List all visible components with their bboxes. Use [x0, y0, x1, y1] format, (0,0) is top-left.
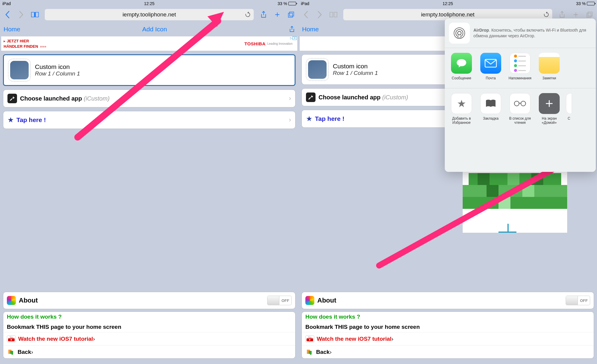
choose-app-label: Choose launched app: [20, 95, 82, 102]
device-label: iPad: [301, 1, 309, 6]
svg-rect-13: [498, 197, 510, 209]
pixelated-image: [463, 167, 567, 233]
action-bookmark[interactable]: Закладка: [478, 93, 503, 125]
forward-button[interactable]: [16, 9, 27, 20]
bookmarks-button[interactable]: [328, 9, 339, 20]
action-favorite[interactable]: ★ Добавить в Избранное: [449, 93, 474, 125]
back-row[interactable]: Back ›: [3, 345, 295, 358]
svg-rect-7: [507, 173, 519, 185]
tap-here-label: Tap here !: [315, 115, 344, 122]
new-tab-button[interactable]: [272, 9, 283, 20]
custom-icon-title: Custom icon: [35, 63, 80, 70]
share-app-messages[interactable]: Сообщение: [449, 53, 474, 84]
tutorial-label: Watch the new iOS7 tutorial: [18, 336, 93, 342]
svg-rect-6: [478, 173, 490, 185]
star-icon: ★: [451, 93, 472, 114]
tutorial-label: Watch the new iOS7 tutorial: [317, 336, 392, 342]
action-homescreen[interactable]: На экран «Домой»: [537, 93, 562, 125]
how-subtitle: Bookmark THIS page to your home screen: [7, 324, 121, 330]
action-readinglist[interactable]: В список для чтения: [507, 93, 533, 125]
svg-rect-1: [288, 13, 293, 17]
app-label: Заметки: [542, 76, 556, 84]
reload-icon[interactable]: [543, 12, 549, 18]
svg-rect-11: [522, 185, 534, 197]
page-share-icon[interactable]: [289, 26, 295, 33]
share-app-mail[interactable]: Почта: [478, 53, 503, 84]
plus-icon: [539, 93, 560, 114]
share-app-notes[interactable]: Заметки: [537, 53, 562, 84]
home-link[interactable]: Home: [4, 26, 20, 33]
choose-app-label: Choose launched app: [318, 94, 381, 101]
youtube-icon: You: [305, 335, 314, 343]
page-title: Add Icon: [142, 26, 167, 33]
svg-rect-10: [487, 185, 498, 197]
svg-rect-9: [463, 185, 567, 197]
svg-rect-14: [507, 224, 509, 233]
custom-icon-panel[interactable]: Custom icon Row 1 / Column 1: [3, 54, 296, 86]
puzzle-icon: [305, 348, 313, 356]
mail-icon: [480, 53, 501, 74]
tutorial-row[interactable]: You Watch the new iOS7 tutorial ›: [3, 332, 295, 345]
about-row[interactable]: About OFF: [302, 292, 594, 309]
battery-pct: 33 %: [278, 1, 287, 6]
puzzle-icon: [7, 348, 15, 356]
action-label: Добавить в Избранное: [449, 116, 474, 125]
how-subtitle: Bookmark THIS page to your home screen: [305, 324, 420, 330]
battery-pct: 33 %: [576, 1, 586, 6]
wrench-icon: [7, 94, 17, 103]
back-row[interactable]: Back ›: [302, 345, 594, 358]
youtube-icon: You: [7, 335, 16, 343]
icon-preview: [8, 59, 31, 81]
address-bar[interactable]: iempty.tooliphone.net: [45, 9, 254, 20]
toshiba-logo: TOSHIBA: [244, 41, 266, 46]
color-swatch-icon: [7, 296, 16, 305]
status-bar: iPad 12:25 33 %: [298, 0, 597, 7]
tap-here-label: Tap here !: [16, 116, 46, 124]
app-label: Напоминания: [509, 76, 532, 84]
choose-app-hint: (iCustom): [84, 95, 110, 102]
page-content: Home Add Icon ▸ JETZT HIER HÄNDLER FINDE…: [0, 22, 298, 364]
chevron-right-icon: ›: [330, 349, 331, 355]
custom-icon-title: Custom icon: [333, 63, 378, 70]
tap-here-row[interactable]: ★ Tap here ! ›: [3, 111, 295, 129]
svg-rect-15: [498, 232, 516, 233]
about-row[interactable]: About OFF: [3, 292, 295, 309]
home-link[interactable]: Home: [302, 26, 319, 33]
forward-button[interactable]: [314, 9, 325, 20]
messages-icon: [451, 53, 472, 74]
book-icon: [480, 93, 501, 114]
svg-rect-3: [587, 13, 591, 17]
more-icon: [566, 93, 572, 114]
bookmarks-button[interactable]: [29, 9, 41, 20]
choose-app-row[interactable]: Choose launched app (iCustom) ›: [3, 90, 295, 107]
how-title: How does it works ?: [305, 314, 360, 320]
reload-icon[interactable]: [245, 12, 251, 18]
action-label: В список для чтения: [507, 116, 533, 125]
svg-point-22: [521, 101, 526, 106]
about-switch[interactable]: OFF: [267, 296, 292, 305]
share-app-reminders[interactable]: Напоминания: [507, 53, 533, 84]
bottom-section: About OFF How does it works ? Bookmark T…: [0, 292, 298, 361]
about-switch[interactable]: OFF: [566, 296, 590, 305]
ad-brand: TOSHIBA Leading Innovation: [244, 41, 293, 46]
tabs-button[interactable]: [285, 9, 297, 20]
back-button[interactable]: [2, 9, 13, 20]
app-label: Почта: [486, 76, 496, 84]
ad-banner[interactable]: ▸ JETZT HIER HÄNDLER FINDEN»»» TOSHIBA L…: [1, 36, 297, 51]
battery-icon: [587, 2, 595, 5]
ad-close-icon[interactable]: ✕: [293, 36, 297, 40]
tutorial-row[interactable]: You Watch the new iOS7 tutorial ›: [302, 332, 594, 345]
svg-rect-2: [588, 12, 592, 16]
back-button[interactable]: [300, 9, 312, 20]
share-button[interactable]: [258, 9, 269, 20]
action-label: С: [568, 116, 570, 125]
airdrop-row[interactable]: AirDrop. Коснитесь, чтобы включить Wi-Fi…: [449, 23, 592, 44]
switch-state: OFF: [578, 296, 590, 305]
airdrop-text: AirDrop. Коснитесь, чтобы включить Wi-Fi…: [473, 27, 592, 39]
adchoices-icon[interactable]: ▷: [290, 36, 293, 40]
svg-point-21: [514, 101, 519, 106]
action-more[interactable]: С: [566, 93, 572, 125]
ad-line-1: JETZT HIER: [7, 39, 29, 43]
wrench-icon: [306, 92, 316, 102]
left-pane: iPad 12:25 33 % iempty.tooliphone.net: [0, 0, 298, 364]
